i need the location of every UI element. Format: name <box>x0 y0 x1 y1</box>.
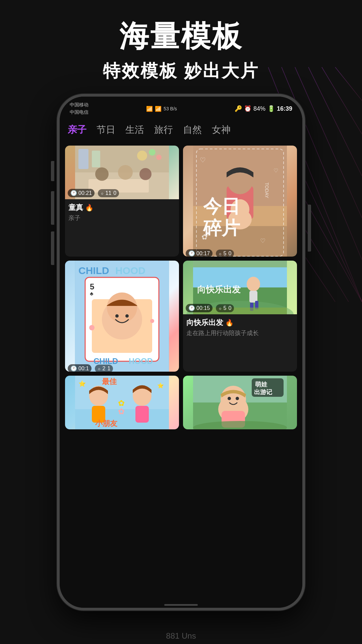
hero-title: 海量模板 <box>0 20 362 53</box>
phone-power-button[interactable] <box>308 205 311 252</box>
home-indicator[interactable] <box>164 604 198 606</box>
svg-point-95 <box>228 397 231 400</box>
card-desc-童真: 亲子 <box>68 214 176 222</box>
svg-text:✿: ✿ <box>118 398 125 408</box>
hero-section: 海量模板 特效模板 妙出大片 <box>0 0 362 96</box>
phone-screen: 中国移动 中国电信 📶 📶 53 B/s 🔑 ⏰ 84% 🔋 16:39 <box>60 97 302 608</box>
svg-text:♡: ♡ <box>200 156 206 164</box>
svg-text:今日: 今日 <box>203 196 240 217</box>
stats-badge-相册: ⬦ 2 1 <box>95 365 113 372</box>
svg-point-31 <box>139 168 152 180</box>
time-badge-相册: 🕐 00:1 <box>68 364 92 372</box>
svg-point-96 <box>236 397 239 400</box>
svg-point-30 <box>118 165 133 180</box>
card-童真[interactable]: 🕐 00:21 ⬦ 11 0 <box>65 146 179 257</box>
wifi-icon: 📶 <box>155 106 162 112</box>
svg-point-72 <box>247 277 260 291</box>
phone-volume-mute-button[interactable] <box>51 161 54 181</box>
carrier-info: 中国移动 中国电信 <box>70 102 88 115</box>
carrier1: 中国移动 <box>70 102 88 108</box>
svg-point-46 <box>107 292 137 323</box>
content-area[interactable]: 🕐 00:21 ⬦ 11 0 <box>60 142 302 602</box>
svg-text:⭐: ⭐ <box>78 380 86 387</box>
svg-text:HOOD: HOOD <box>115 265 145 276</box>
tab-shenghuo[interactable]: 生活 <box>125 123 144 136</box>
stats-badge-向快乐出发: ⬦ 5 0 <box>216 304 234 312</box>
svg-text:碎片: 碎片 <box>203 218 240 238</box>
time-badge-向快乐出发: 🕐 00:15 <box>186 304 213 312</box>
phone-container: 中国移动 中国电信 📶 📶 53 B/s 🔑 ⏰ 84% 🔋 16:39 <box>57 94 305 610</box>
svg-text:♡: ♡ <box>274 168 278 173</box>
card-desc-向快乐出发: 走在路上用行动陪孩子成长 <box>186 329 294 337</box>
svg-text:⭐: ⭐ <box>157 382 164 389</box>
badge-overlay-童真: 🕐 00:21 ⬦ 11 0 <box>68 189 119 197</box>
alarm-icon: ⏰ <box>244 105 251 112</box>
card-thumb-童真: 🕐 00:21 ⬦ 11 0 <box>65 146 179 199</box>
svg-text:♣: ♣ <box>90 291 94 297</box>
svg-point-48 <box>125 314 129 318</box>
card-向快乐出发[interactable]: 向快乐出发 🕐 00:15 ⬦ 5 0 <box>183 261 297 372</box>
status-bar: 中国移动 中国电信 📶 📶 53 B/s 🔑 ⏰ 84% 🔋 16:39 <box>60 97 302 118</box>
flame-icon-童真: 🔥 <box>85 204 94 212</box>
phone-volume-down-button[interactable] <box>51 231 54 265</box>
svg-point-50 <box>150 319 154 323</box>
svg-point-47 <box>115 314 119 318</box>
tab-lüxing[interactable]: 旅行 <box>154 123 173 136</box>
svg-point-35 <box>149 149 156 156</box>
tab-ziran[interactable]: 自然 <box>183 123 202 136</box>
svg-text:CHILD: CHILD <box>78 265 109 276</box>
svg-text:向快乐出发: 向快乐出发 <box>197 284 241 294</box>
card-可爱亲子相册[interactable]: CHILD HOOD 5 ♣ <box>65 261 179 372</box>
card-title-童真: 童真 🔥 <box>68 203 176 213</box>
signal-icon: 📶 <box>146 106 153 112</box>
status-right: 🔑 ⏰ 84% 🔋 16:39 <box>235 105 292 112</box>
key-icon: 🔑 <box>235 105 242 112</box>
card-thumb-可爱亲子相册: CHILD HOOD 5 ♣ <box>65 261 179 372</box>
hero-subtitle: 特效模板 妙出大片 <box>0 59 362 83</box>
tab-jieri[interactable]: 节日 <box>97 123 115 136</box>
phone-frame: 中国移动 中国电信 📶 📶 53 B/s 🔑 ⏰ 84% 🔋 16:39 <box>57 94 305 610</box>
network-speed: 53 B/s <box>164 106 177 111</box>
svg-rect-33 <box>92 151 100 167</box>
grid-row-2: ⭐ ⭐ 最佳 小朋友 ✿ ✿ <box>65 376 297 429</box>
svg-rect-84 <box>135 406 149 423</box>
svg-point-34 <box>137 151 147 161</box>
phone-volume-up-button[interactable] <box>51 191 54 225</box>
badge-overlay-今日碎片: 🕐 00:17 ⬦ 5 0 <box>186 249 234 257</box>
clock: 16:39 <box>277 105 292 112</box>
bottom-indicator <box>60 602 302 608</box>
tab-qinzi[interactable]: 亲子 <box>68 123 86 136</box>
card-今日碎片[interactable]: 今日 碎片 TODAY ♡ ♡ ♡ <box>183 146 297 257</box>
card-info-向快乐出发: 向快乐出发 🔥 走在路上用行动陪孩子成长 <box>183 314 297 341</box>
battery-percent: 84% <box>253 105 265 112</box>
svg-text:小朋友: 小朋友 <box>95 419 118 428</box>
svg-text:HOOD: HOOD <box>129 357 153 366</box>
card-萌娃出游记[interactable]: 萌娃 出游记 <box>183 376 297 429</box>
card-最佳小朋友[interactable]: ⭐ ⭐ 最佳 小朋友 ✿ ✿ <box>65 376 179 429</box>
card-thumb-最佳小朋友: ⭐ ⭐ 最佳 小朋友 ✿ ✿ <box>65 376 179 429</box>
bottom-watermark: 881 Uns <box>0 628 362 644</box>
svg-text:✿: ✿ <box>201 233 207 241</box>
svg-point-94 <box>221 386 246 413</box>
svg-text:萌娃: 萌娃 <box>255 381 267 388</box>
tab-nüshen[interactable]: 女神 <box>212 123 231 136</box>
svg-rect-77 <box>193 261 287 267</box>
card-thumb-向快乐出发: 向快乐出发 🕐 00:15 ⬦ 5 0 <box>183 261 297 314</box>
clock-icon: 🕐 <box>70 190 77 196</box>
time-badge-今日碎片: 🕐 00:17 <box>186 249 213 257</box>
svg-point-49 <box>89 325 95 330</box>
card-thumb-今日碎片: 今日 碎片 TODAY ♡ ♡ ♡ <box>183 146 297 257</box>
carrier2: 中国电信 <box>70 109 88 115</box>
svg-rect-73 <box>249 291 257 303</box>
svg-text:出游记: 出游记 <box>254 389 273 395</box>
battery-icon: 🔋 <box>267 105 275 112</box>
svg-text:最佳: 最佳 <box>102 377 117 386</box>
card-thumb-萌娃出游记: 萌娃 出游记 <box>183 376 297 429</box>
svg-text:5: 5 <box>90 282 94 291</box>
badge-overlay-相册: 🕐 00:1 ⬦ 2 1 <box>68 364 113 372</box>
grid-row-1: 🕐 00:21 ⬦ 11 0 <box>65 146 297 372</box>
svg-rect-32 <box>78 149 88 169</box>
category-tabs: 亲子 节日 生活 旅行 自然 女神 <box>60 118 302 142</box>
svg-text:✿: ✿ <box>118 407 125 416</box>
stats-badge-童真: ⬦ 11 0 <box>98 189 119 197</box>
